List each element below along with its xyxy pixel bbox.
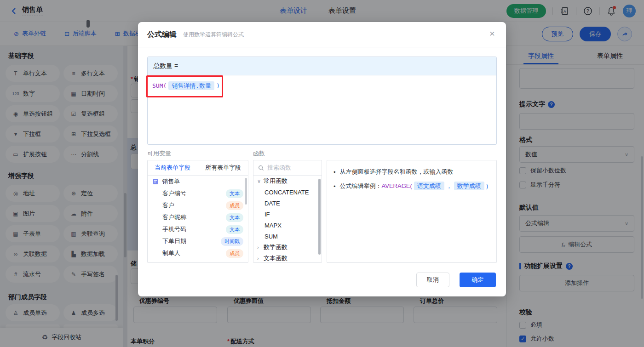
help-line-2: 公式编辑举例：AVERAGE(语文成绩，数学成绩): [340, 182, 489, 190]
formula-edit-modal: 公式编辑 使用数学运算符编辑公式 × 总数量 = SUM(销售详情.数量) 可用…: [138, 22, 506, 296]
formula-field-token[interactable]: 销售详情.数量: [168, 81, 214, 90]
help-line-1: 从左侧面板选择字段名和函数，或输入函数: [340, 168, 454, 176]
formula-expression[interactable]: SUM(销售详情.数量): [148, 75, 496, 97]
variables-scrollbar[interactable]: [245, 178, 247, 205]
variables-panel: 当前表单字段 所有表单字段 销售单 客户编号文本 客户成员 客户昵称文本 手机号…: [147, 160, 248, 263]
formula-editor[interactable]: 总数量 = SUM(销售详情.数量): [147, 57, 497, 145]
tree-root-label: 销售单: [162, 177, 180, 186]
function-item[interactable]: DATE: [253, 198, 322, 209]
function-group-math[interactable]: ›数学函数: [253, 242, 322, 253]
variable-row[interactable]: 客户成员: [148, 199, 248, 211]
function-item[interactable]: CONCATENATE: [253, 187, 322, 198]
formula-function-name: SUM(: [152, 82, 167, 89]
formula-target: 总数量 =: [148, 57, 496, 75]
search-placeholder: 搜索函数: [267, 164, 291, 172]
tab-all-form-fields[interactable]: 所有表单字段: [205, 164, 241, 172]
chevron-right-icon: ›: [257, 256, 264, 261]
type-badge: 文本: [226, 189, 243, 198]
confirm-button[interactable]: 确定: [460, 273, 496, 287]
variable-row[interactable]: 下单日期时间戳: [148, 235, 248, 247]
variable-row[interactable]: 客户编号文本: [148, 188, 248, 199]
tree-root-row[interactable]: 销售单: [148, 176, 248, 188]
example-function-name: AVERAGE(: [382, 182, 412, 189]
search-icon: [258, 165, 264, 171]
function-item[interactable]: IF: [253, 209, 322, 220]
page: 销售单 表单设计 表单设置 数据管理 A ? 理: [0, 0, 644, 347]
modal-header: 公式编辑 使用数学运算符编辑公式 ×: [138, 22, 506, 47]
tab-current-form-fields[interactable]: 当前表单字段: [155, 164, 190, 172]
modal-title: 公式编辑: [147, 30, 177, 40]
chevron-right-icon: ›: [257, 245, 264, 250]
functions-scrollbar[interactable]: [318, 179, 321, 255]
cancel-button[interactable]: 取消: [416, 273, 449, 287]
close-icon[interactable]: ×: [489, 28, 495, 38]
function-group-common[interactable]: ∨常用函数: [253, 176, 322, 187]
example-token-2: 数学成绩: [454, 182, 484, 190]
chevron-down-icon: ∨: [257, 178, 264, 184]
variable-row[interactable]: 手机号码文本: [148, 223, 248, 235]
example-token-1: 语文成绩: [414, 182, 444, 190]
form-doc-icon: [152, 178, 159, 185]
type-badge: 成员: [226, 249, 243, 258]
modal-subtitle: 使用数学运算符编辑公式: [183, 31, 244, 39]
type-badge: 文本: [226, 225, 243, 234]
variable-row[interactable]: 制单人成员: [148, 247, 248, 259]
function-search-input[interactable]: 搜索函数: [253, 160, 322, 176]
function-group-text[interactable]: ›文本函数: [253, 253, 322, 263]
functions-panel: 搜索函数 ∨常用函数 CONCATENATE DATE IF MAPX SUM …: [253, 160, 322, 263]
help-panel: •从左侧面板选择字段名和函数，或输入函数 • 公式编辑举例：AVERAGE(语文…: [327, 160, 497, 263]
variables-label: 可用变量: [147, 149, 171, 158]
type-badge: 时间戳: [221, 237, 243, 246]
function-item[interactable]: SUM: [253, 231, 322, 242]
type-badge: 成员: [226, 201, 243, 210]
variable-row[interactable]: 客户昵称文本: [148, 211, 248, 223]
formula-close-paren: ): [216, 82, 220, 89]
type-badge: 文本: [226, 213, 243, 222]
functions-label: 函数: [253, 149, 265, 158]
function-item[interactable]: MAPX: [253, 220, 322, 231]
